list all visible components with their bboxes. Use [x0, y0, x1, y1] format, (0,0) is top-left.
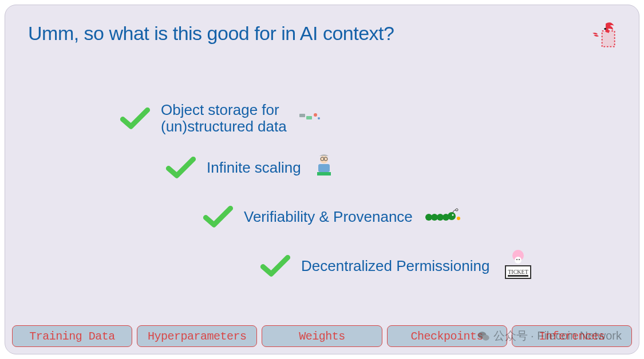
feature-label: Object storage for (un)structured data: [161, 102, 287, 134]
svg-point-4: [314, 113, 317, 117]
tab-hyperparameters[interactable]: Hyperparameters: [137, 325, 257, 347]
checkmark-icon: [165, 156, 196, 179]
slide-container: Umm, so what is this good for in AI cont…: [5, 5, 639, 354]
svg-point-22: [519, 259, 520, 260]
svg-point-5: [318, 117, 320, 119]
svg-rect-3: [306, 116, 312, 119]
svg-point-1: [604, 28, 606, 30]
feature-row: Verifiability & Provenance: [5, 200, 639, 234]
tab-training-data[interactable]: Training Data: [12, 325, 132, 347]
tab-inferences[interactable]: Inferences: [512, 325, 632, 347]
svg-point-15: [448, 212, 456, 220]
ticket-icon: TICKET: [501, 249, 533, 283]
svg-point-18: [457, 217, 460, 220]
data-icon: [298, 110, 321, 126]
svg-rect-9: [318, 164, 330, 172]
svg-point-17: [456, 209, 458, 211]
svg-text:TICKET: TICKET: [508, 269, 529, 275]
svg-rect-0: [602, 31, 615, 47]
feature-list: Object storage for (un)structured data I…: [5, 101, 639, 298]
feature-label: Verifiability & Provenance: [244, 209, 413, 225]
feature-row: Infinite scaling: [5, 150, 639, 185]
feature-label: Decentralized Permissioning: [301, 258, 489, 274]
logo-rooster-icon: [587, 19, 619, 51]
feature-row: Object storage for (un)structured data: [5, 101, 639, 135]
feature-label: Infinite scaling: [207, 159, 301, 176]
svg-point-20: [515, 257, 521, 264]
caterpillar-icon: [424, 207, 461, 226]
bottom-tabs: Training Data Hyperparameters Weights Ch…: [12, 325, 632, 347]
slide-title: Umm, so what is this good for in AI cont…: [28, 22, 394, 45]
svg-rect-25: [508, 275, 528, 277]
person-reading-icon: [313, 154, 335, 181]
svg-rect-10: [317, 172, 331, 175]
tab-weights[interactable]: Weights: [262, 325, 382, 347]
tab-checkpoints[interactable]: Checkpoints: [387, 325, 507, 347]
checkmark-icon: [203, 205, 234, 228]
svg-rect-2: [299, 114, 305, 117]
svg-point-16: [452, 214, 453, 216]
feature-row: Decentralized Permissioning TICKET: [5, 249, 639, 283]
checkmark-icon: [120, 107, 151, 130]
checkmark-icon: [260, 254, 291, 277]
svg-point-21: [516, 259, 517, 260]
